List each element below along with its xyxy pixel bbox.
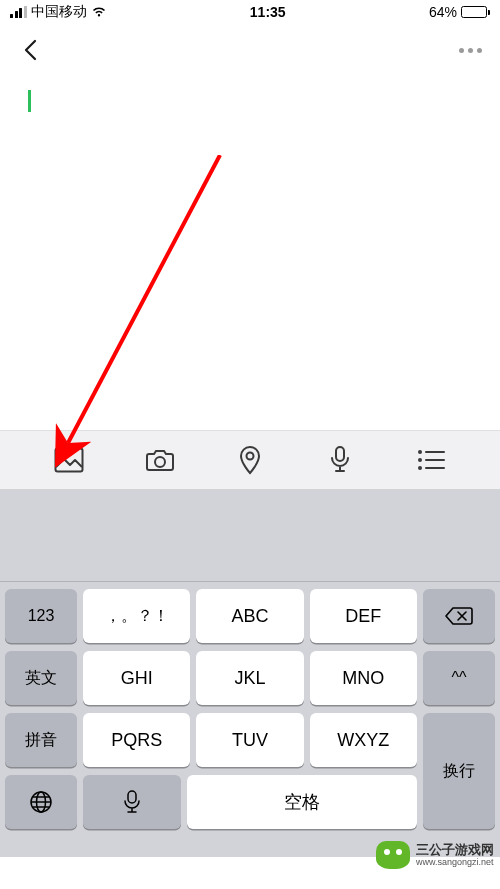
globe-icon bbox=[29, 790, 53, 814]
wifi-icon bbox=[91, 6, 107, 18]
key-tuv[interactable]: TUV bbox=[196, 713, 303, 767]
location-button[interactable] bbox=[228, 438, 272, 482]
svg-rect-14 bbox=[128, 791, 136, 803]
keyboard-mic-icon bbox=[123, 790, 141, 814]
svg-point-5 bbox=[418, 450, 422, 454]
key-wxyz[interactable]: WXYZ bbox=[310, 713, 417, 767]
battery-icon bbox=[461, 6, 490, 18]
more-button[interactable] bbox=[459, 48, 482, 53]
location-icon bbox=[238, 445, 262, 475]
text-editor[interactable] bbox=[0, 76, 500, 430]
key-pqrs[interactable]: PQRS bbox=[83, 713, 190, 767]
voice-button[interactable] bbox=[318, 438, 362, 482]
keyboard-keys: 123 ，。？！ ABC DEF 英文 GHI JKL MNO 拼音 PQRS … bbox=[0, 582, 500, 857]
key-backspace[interactable] bbox=[423, 589, 495, 643]
watermark-url: www.sangongzi.net bbox=[416, 857, 494, 867]
key-globe[interactable] bbox=[5, 775, 77, 829]
gallery-button[interactable] bbox=[47, 438, 91, 482]
svg-point-6 bbox=[418, 458, 422, 462]
status-time: 11:35 bbox=[250, 4, 286, 20]
list-button[interactable] bbox=[409, 438, 453, 482]
key-abc[interactable]: ABC bbox=[196, 589, 303, 643]
svg-point-7 bbox=[418, 466, 422, 470]
key-emoji[interactable]: ^^ bbox=[423, 651, 495, 705]
signal-icon bbox=[10, 6, 27, 18]
key-123[interactable]: 123 bbox=[5, 589, 77, 643]
chevron-left-icon bbox=[23, 39, 37, 61]
carrier-label: 中国移动 bbox=[31, 3, 87, 21]
key-english[interactable]: 英文 bbox=[5, 651, 77, 705]
svg-rect-4 bbox=[336, 447, 344, 461]
list-icon bbox=[417, 449, 445, 471]
status-left: 中国移动 bbox=[10, 3, 107, 21]
key-pinyin[interactable]: 拼音 bbox=[5, 713, 77, 767]
key-enter[interactable]: 换行 bbox=[423, 713, 495, 829]
key-space[interactable]: 空格 bbox=[187, 775, 417, 829]
svg-rect-1 bbox=[56, 449, 83, 472]
svg-point-2 bbox=[155, 457, 165, 467]
key-mic[interactable] bbox=[83, 775, 181, 829]
keyboard: 123 ，。？！ ABC DEF 英文 GHI JKL MNO 拼音 PQRS … bbox=[0, 490, 500, 857]
watermark: 三公子游戏网 www.sangongzi.net bbox=[370, 839, 500, 871]
keyboard-candidates[interactable] bbox=[0, 490, 500, 582]
back-button[interactable] bbox=[18, 38, 42, 62]
camera-icon bbox=[145, 447, 175, 473]
key-mno[interactable]: MNO bbox=[310, 651, 417, 705]
nav-bar bbox=[0, 24, 500, 76]
compose-toolbar bbox=[0, 430, 500, 490]
image-icon bbox=[54, 447, 84, 473]
mic-icon bbox=[329, 445, 351, 475]
backspace-icon bbox=[444, 606, 474, 626]
svg-point-3 bbox=[246, 453, 253, 460]
key-def[interactable]: DEF bbox=[310, 589, 417, 643]
watermark-logo-icon bbox=[376, 841, 410, 869]
key-ghi[interactable]: GHI bbox=[83, 651, 190, 705]
camera-button[interactable] bbox=[138, 438, 182, 482]
battery-pct-label: 64% bbox=[429, 4, 457, 20]
status-right: 64% bbox=[429, 4, 490, 20]
watermark-title: 三公子游戏网 bbox=[416, 843, 494, 857]
status-bar: 中国移动 11:35 64% bbox=[0, 0, 500, 24]
key-jkl[interactable]: JKL bbox=[196, 651, 303, 705]
text-cursor bbox=[28, 90, 31, 112]
key-punct[interactable]: ，。？！ bbox=[83, 589, 190, 643]
